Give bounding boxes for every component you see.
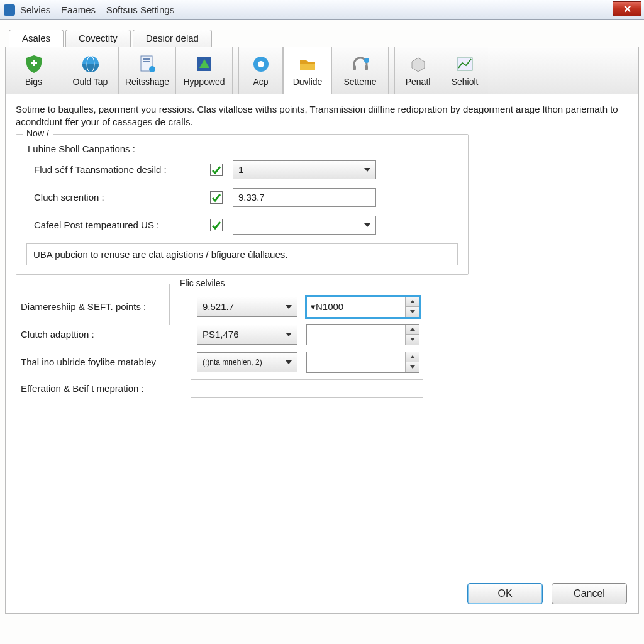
check-icon xyxy=(211,165,221,175)
toolbar-ould-tap[interactable]: Ould Tap xyxy=(62,47,119,94)
toolbar-duvide[interactable]: Duvlide xyxy=(283,47,332,94)
toolbar-penati[interactable]: Penatl xyxy=(395,47,441,94)
row-transmatione: Flud séf f Taansmatione desild : 1 xyxy=(34,160,459,179)
spinner-matabley[interactable] xyxy=(306,352,419,373)
field-label: Cafeel Post tempeatured US : xyxy=(34,219,210,230)
spinner-value xyxy=(307,325,405,345)
checkbox-tempeatured[interactable] xyxy=(210,219,223,231)
chevron-down-icon xyxy=(286,360,292,364)
svg-rect-10 xyxy=(365,65,368,70)
spinner-down[interactable] xyxy=(406,335,419,345)
spinner-up[interactable] xyxy=(406,352,419,363)
toolbar-label: Ould Tap xyxy=(73,77,108,87)
gear-icon xyxy=(251,54,271,74)
spinner-clutch-adaption[interactable] xyxy=(306,324,419,345)
tab-asales[interactable]: Asales xyxy=(9,30,64,47)
row-scrention: Cluch scrention : 9.33.7 xyxy=(34,188,459,207)
close-icon: ✕ xyxy=(623,3,631,15)
note-icon xyxy=(137,54,157,74)
combo-tempeatured[interactable] xyxy=(233,216,376,235)
toolbar-gap xyxy=(389,47,395,94)
spinner-up[interactable] xyxy=(406,325,419,335)
ok-button[interactable]: OK xyxy=(467,583,543,604)
chevron-down-icon xyxy=(410,338,415,341)
toolbar-gap xyxy=(233,47,239,94)
field-label: Cluch scrention : xyxy=(34,192,210,203)
select-clutch-adaption[interactable]: PS1,476 xyxy=(197,325,297,345)
spinner-buttons xyxy=(405,325,419,345)
folder-icon xyxy=(297,54,318,74)
select-matabley[interactable]: (;)nta mnehlen, 2) xyxy=(197,352,297,372)
toolbar-label: Hyppowed xyxy=(183,77,225,87)
row-clutch-adaption: Clutch adapttion : PS1,476 xyxy=(16,324,628,345)
headset-icon xyxy=(350,54,370,74)
svg-point-11 xyxy=(364,58,369,63)
dialog-buttons: OK Cancel xyxy=(467,583,627,604)
field-label: Efferation & Beif t mepration : xyxy=(16,383,186,394)
select-value: 1 xyxy=(238,164,243,175)
close-button[interactable]: ✕ xyxy=(613,1,641,16)
svg-point-8 xyxy=(258,61,264,67)
window-title: Selvies – Eaames – Softsus Settings xyxy=(20,4,174,15)
check-icon xyxy=(211,192,221,203)
group-title: Flic selviles xyxy=(176,278,229,288)
group-now: Now / Luhine Sholl Canpations : Flud séf… xyxy=(16,134,469,275)
triangle-icon xyxy=(194,54,214,74)
checkbox-transmatione[interactable] xyxy=(210,164,223,176)
toolbar-setteme[interactable]: Setteme xyxy=(332,47,389,94)
select-value: PS1,476 xyxy=(203,329,239,340)
svg-rect-4 xyxy=(143,61,150,62)
titlebar: Selvies – Eaames – Softsus Settings ✕ xyxy=(0,0,644,20)
field-label: Clutch adapttion : xyxy=(16,329,186,340)
field-label: Flud séf f Taansmatione desild : xyxy=(34,164,210,175)
upper-tabs: Asales Covectity Desior delad xyxy=(0,20,644,47)
field-label: Diamereshiip & SEFT. points : xyxy=(16,301,186,312)
settings-panel: Sotime to baqulles, paorment you ressior… xyxy=(5,94,639,614)
toolbar-hyppowed[interactable]: Hyppowed xyxy=(176,47,233,94)
row-tempeatured: Cafeel Post tempeatured US : xyxy=(34,216,459,235)
select-transmatione[interactable]: 1 xyxy=(233,160,376,179)
chevron-down-icon xyxy=(286,333,292,336)
chevron-up-icon xyxy=(410,328,415,331)
shield-icon xyxy=(24,54,44,74)
spinner-down[interactable] xyxy=(406,362,419,372)
spinner-value xyxy=(307,352,405,372)
input-value: 9.33.7 xyxy=(238,192,265,203)
chevron-down-icon xyxy=(364,168,370,172)
svg-point-5 xyxy=(149,66,155,72)
toolbar-sehiolt[interactable]: Sehiolt xyxy=(441,47,488,94)
input-scrention[interactable]: 9.33.7 xyxy=(233,188,376,207)
flic-section: Flic selviles Diamereshiip & SEFT. point… xyxy=(16,284,628,398)
toolbar-label: Sehiolt xyxy=(452,77,479,87)
group-subheading: Luhine Sholl Canpations : xyxy=(28,143,459,154)
group-title: Now / xyxy=(23,128,53,138)
check-icon xyxy=(211,220,221,230)
toolbar-bigs[interactable]: Bigs xyxy=(6,47,62,94)
checkbox-scrention[interactable] xyxy=(210,191,223,204)
toolbar-label: Setteme xyxy=(343,77,376,87)
toolbar-label: Penatl xyxy=(406,77,431,87)
panel-description: Sotime to baqulles, paorment you ressior… xyxy=(16,103,628,129)
toolbar-label: Acp xyxy=(253,77,268,87)
toolbar-label: Reitsshage xyxy=(125,77,169,87)
row-matabley: Thal ino ublride foylibe matabley (;)nta… xyxy=(16,352,628,373)
svg-rect-9 xyxy=(353,65,356,70)
toolbar: Bigs Ould Tap Reitsshage Hyppowed Acp Du… xyxy=(5,47,639,94)
cube-icon xyxy=(408,54,428,74)
chevron-down-icon xyxy=(364,223,370,227)
chevron-down-icon xyxy=(410,365,415,369)
field-label: Thal ino ublride foylibe matabley xyxy=(16,357,186,367)
cancel-button[interactable]: Cancel xyxy=(552,583,627,604)
globe-icon xyxy=(80,54,101,74)
hint-text: UBA pubcion to renuse are clat agistions… xyxy=(26,243,458,265)
tab-desior-delad[interactable]: Desior delad xyxy=(133,30,212,47)
toolbar-label: Duvlide xyxy=(293,77,323,87)
svg-rect-3 xyxy=(143,58,150,60)
chevron-up-icon xyxy=(410,355,415,358)
tab-covectity[interactable]: Covectity xyxy=(65,30,131,47)
toolbar-reitsshage[interactable]: Reitsshage xyxy=(119,47,176,94)
toolbar-acp[interactable]: Acp xyxy=(239,47,283,94)
toolbar-label: Bigs xyxy=(25,77,42,87)
app-icon xyxy=(4,4,15,16)
input-efferation[interactable] xyxy=(191,379,423,398)
